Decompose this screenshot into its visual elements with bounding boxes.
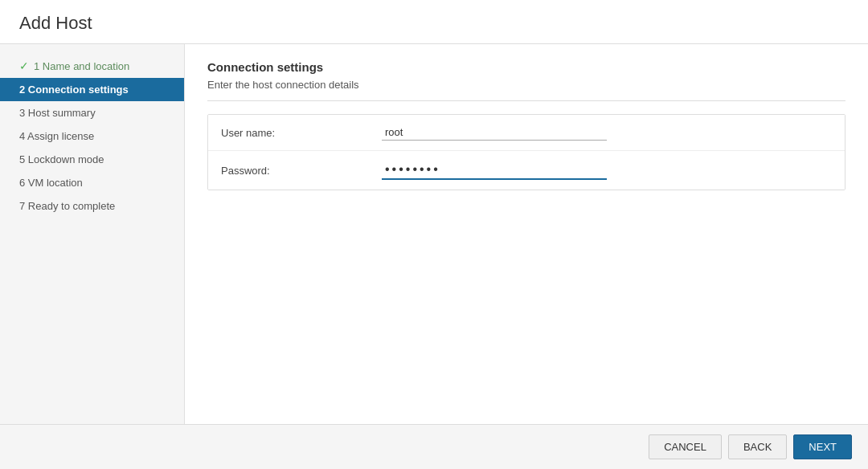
sidebar-step4-label: 4 Assign license	[19, 130, 94, 142]
password-row: Password:	[208, 151, 845, 190]
sidebar-item-step4[interactable]: 4 Assign license	[0, 124, 184, 148]
sidebar-item-step5[interactable]: 5 Lockdown mode	[0, 148, 184, 171]
checkmark-icon: ✓	[19, 59, 29, 72]
sidebar-step5-label: 5 Lockdown mode	[19, 153, 104, 165]
sidebar-item-step1[interactable]: ✓ 1 Name and location	[0, 54, 184, 78]
sidebar-item-step7[interactable]: 7 Ready to complete	[0, 194, 184, 218]
sidebar: ✓ 1 Name and location 2 Connection setti…	[0, 44, 185, 424]
sidebar-step3-label: 3 Host summary	[19, 107, 96, 119]
username-input-wrapper	[382, 124, 832, 141]
sidebar-step6-label: 6 VM location	[19, 177, 83, 189]
connection-settings-form: User name: Password:	[207, 114, 845, 190]
section-title: Connection settings	[207, 60, 845, 74]
content-area: Connection settings Enter the host conne…	[185, 44, 868, 424]
password-label: Password:	[221, 165, 382, 177]
cancel-button[interactable]: CANCEL	[649, 434, 722, 459]
password-input-wrapper	[382, 161, 832, 180]
add-host-dialog: Add Host ✓ 1 Name and location 2 Connect…	[0, 0, 868, 469]
back-button[interactable]: BACK	[728, 434, 787, 459]
sidebar-step2-label: 2 Connection settings	[19, 84, 129, 96]
dialog-footer: CANCEL BACK NEXT	[0, 424, 868, 469]
dialog-header: Add Host	[0, 0, 868, 44]
username-label: User name:	[221, 127, 382, 139]
dialog-title: Add Host	[19, 13, 849, 34]
username-input[interactable]	[382, 124, 607, 141]
sidebar-step7-label: 7 Ready to complete	[19, 200, 115, 212]
sidebar-item-step6[interactable]: 6 VM location	[0, 171, 184, 194]
username-row: User name:	[208, 115, 845, 151]
next-button[interactable]: NEXT	[793, 434, 852, 459]
sidebar-step1-label: 1 Name and location	[34, 60, 129, 72]
password-input[interactable]	[382, 161, 607, 180]
section-subtitle: Enter the host connection details	[207, 79, 845, 101]
dialog-body: ✓ 1 Name and location 2 Connection setti…	[0, 44, 868, 424]
sidebar-item-step3[interactable]: 3 Host summary	[0, 101, 184, 124]
sidebar-item-step2[interactable]: 2 Connection settings	[0, 78, 184, 101]
